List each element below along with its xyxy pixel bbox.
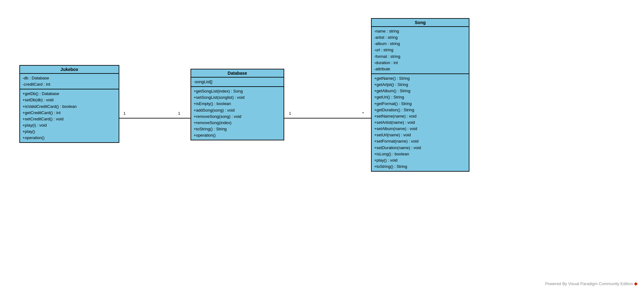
song-method-12: +setDuration(name) : void <box>374 145 466 151</box>
song-method-14: +play() : void <box>374 157 466 164</box>
jukebox-method-6: +play(i) : void <box>22 122 116 128</box>
song-attr-4: -url : string <box>374 47 466 53</box>
diagram-canvas: 1 1 1 * Jukebox -db : Database -creditCa… <box>0 0 644 292</box>
jukebox-method-2: +setDb(db) : void <box>22 97 116 103</box>
database-method-1: +getSongList(index) : Song <box>194 88 281 94</box>
db-song-label-to: * <box>362 111 364 116</box>
song-method-11: +setFormat(name) : void <box>374 138 466 144</box>
database-method-7: +toString() : String <box>194 126 281 132</box>
jukebox-method-4: +getCreditCard() : int <box>22 110 116 116</box>
watermark-text: Powered By Visual Paradigm Community Edi… <box>545 281 633 286</box>
song-method-2: +getArtjst() : String <box>374 82 466 88</box>
database-method-4: +addSong(song) : void <box>194 107 281 113</box>
song-method-7: +setName(name) : void <box>374 113 466 119</box>
song-class: Song -name : string -artist : string -al… <box>371 18 469 172</box>
watermark: Powered By Visual Paradigm Community Edi… <box>545 281 638 286</box>
jukebox-attributes: -db : Database -creditCard : int <box>20 74 119 89</box>
song-method-4: +getUrl() : String <box>374 94 466 100</box>
song-method-10: +setUrl(name) : void <box>374 132 466 138</box>
jukebox-attr-2: -creditCard : int <box>22 81 116 88</box>
song-method-3: +getAlbum() : String <box>374 88 466 94</box>
song-method-15: +toString() : String <box>374 164 466 170</box>
jukebox-method-7: +play() <box>22 128 116 135</box>
database-method-8: +operation() <box>194 132 281 138</box>
database-attributes: -songList[] <box>191 78 284 87</box>
song-method-6: +getDuration() : String <box>374 107 466 113</box>
jukebox-method-5: +setCreditCard() : void <box>22 116 116 122</box>
database-method-3: +isEmpty() : boolean <box>194 101 281 107</box>
song-title: Song <box>372 19 469 27</box>
song-attr-1: -name : string <box>374 28 466 34</box>
database-method-2: +setSongList(songlist) : void <box>194 94 281 101</box>
jukebox-attr-1: -db : Database <box>22 75 116 81</box>
db-song-label-from: 1 <box>289 111 291 116</box>
jukebox-class: Jukebox -db : Database -creditCard : int… <box>19 65 119 143</box>
song-attr-3: -album : string <box>374 41 466 47</box>
database-methods: +getSongList(index) : Song +setSongList(… <box>191 87 284 140</box>
song-method-5: +getFormat() : String <box>374 101 466 107</box>
song-method-13: +isLong() : boolean <box>374 151 466 157</box>
song-attributes: -name : string -artist : string -album :… <box>372 27 469 74</box>
database-class: Database -songList[] +getSongList(index)… <box>191 69 284 140</box>
jukebox-method-3: +isValidCreditCard() : boolean <box>22 103 116 110</box>
jukebox-db-label-to: 1 <box>178 111 180 116</box>
jukebox-methods: +getDb() : Database +setDb(db) : void +i… <box>20 89 119 142</box>
song-methods: +getName() : String +getArtjst() : Strin… <box>372 74 469 171</box>
database-method-5: +removeSong(song) : void <box>194 113 281 120</box>
database-attr-1: -songList[] <box>194 79 281 85</box>
connection-lines <box>0 0 644 292</box>
watermark-diamond: ◆ <box>634 281 638 286</box>
song-attr-6: -duration : int <box>374 60 466 66</box>
song-method-9: +setAlbum(name) : void <box>374 126 466 132</box>
database-method-6: +removeSong(index) <box>194 120 281 126</box>
song-attr-2: -artist : string <box>374 34 466 41</box>
jukebox-db-label-from: 1 <box>123 111 126 116</box>
database-title: Database <box>191 69 284 78</box>
jukebox-title: Jukebox <box>20 66 119 74</box>
song-method-1: +getName() : String <box>374 75 466 82</box>
jukebox-method-1: +getDb() : Database <box>22 91 116 97</box>
song-attr-5: -format : string <box>374 53 466 60</box>
song-method-8: +setArtist(name) : void <box>374 119 466 126</box>
jukebox-method-8: +operation() <box>22 135 116 141</box>
song-attr-7: -attribute <box>374 66 466 72</box>
